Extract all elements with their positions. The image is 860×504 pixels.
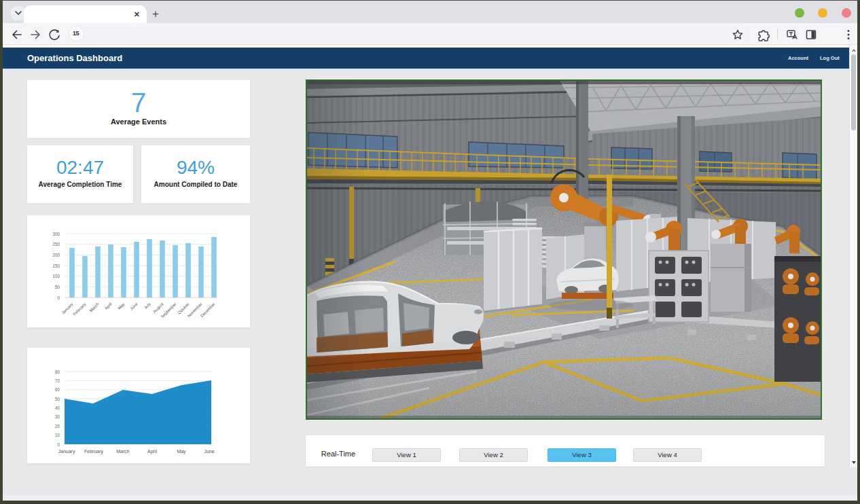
svg-text:May: May (177, 449, 186, 454)
svg-text:January: January (58, 449, 75, 454)
svg-text:60: 60 (55, 387, 60, 392)
svg-text:0: 0 (57, 442, 60, 447)
svg-text:March: March (116, 449, 130, 454)
svg-text:April: April (147, 449, 157, 454)
svg-text:February: February (72, 302, 86, 316)
svg-text:40: 40 (55, 406, 60, 410)
svg-text:0: 0 (57, 295, 60, 300)
svg-text:70: 70 (55, 378, 60, 383)
svg-text:June: June (204, 449, 214, 454)
svg-text:50: 50 (55, 285, 60, 289)
svg-text:80: 80 (55, 370, 60, 374)
svg-text:200: 200 (52, 253, 60, 257)
svg-text:April: April (104, 302, 113, 310)
svg-text:300: 300 (52, 232, 60, 236)
svg-text:August: August (152, 302, 164, 314)
svg-text:150: 150 (52, 264, 60, 268)
svg-text:February: February (84, 449, 104, 454)
svg-text:March: March (89, 302, 100, 312)
svg-text:30: 30 (55, 414, 60, 419)
svg-text:June: June (129, 302, 139, 311)
svg-text:100: 100 (52, 274, 60, 278)
svg-text:20: 20 (55, 424, 60, 429)
svg-text:250: 250 (52, 242, 60, 247)
svg-text:May: May (117, 302, 125, 310)
svg-text:July: July (143, 302, 151, 310)
svg-text:50: 50 (55, 397, 60, 401)
svg-text:10: 10 (55, 433, 60, 437)
